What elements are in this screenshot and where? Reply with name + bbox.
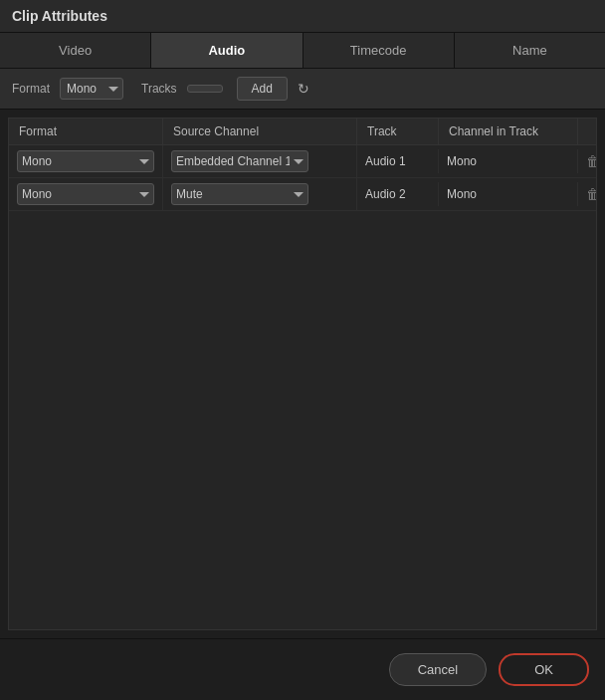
tabs-container: Video Audio Timecode Name <box>0 33 605 69</box>
table-row: Mono Stereo Embedded Channel 1 Mute Audi… <box>9 178 596 211</box>
row2-format-select[interactable]: Mono Stereo <box>17 183 154 205</box>
header-actions <box>578 118 597 144</box>
cancel-button[interactable]: Cancel <box>389 653 487 686</box>
format-select[interactable]: Mono Stereo <box>60 78 123 100</box>
format-label: Format <box>12 82 50 96</box>
row2-channel-in-track: Mono <box>439 182 578 206</box>
dialog-footer: Cancel OK <box>0 638 605 700</box>
tab-timecode[interactable]: Timecode <box>303 33 455 68</box>
audio-table: Format Source Channel Track Channel in T… <box>8 117 597 630</box>
row2-delete-button[interactable]: 🗑 <box>578 181 597 207</box>
tracks-count <box>187 85 223 93</box>
row1-delete-button[interactable]: 🗑 <box>578 148 597 174</box>
add-button[interactable]: Add <box>237 77 288 101</box>
table-row: Mono Stereo Embedded Channel 1 Embedded … <box>9 145 596 178</box>
row1-channel-in-track: Mono <box>439 149 578 173</box>
tab-audio[interactable]: Audio <box>151 33 302 68</box>
row1-format-cell: Mono Stereo <box>9 145 163 177</box>
tab-name[interactable]: Name <box>455 33 605 68</box>
tracks-label: Tracks <box>141 82 177 96</box>
reset-icon[interactable]: ↻ <box>298 81 309 97</box>
header-source-channel: Source Channel <box>163 118 357 144</box>
row1-track: Audio 1 <box>357 149 439 173</box>
row2-format-cell: Mono Stereo <box>9 178 163 210</box>
table-header: Format Source Channel Track Channel in T… <box>9 118 596 145</box>
ok-button[interactable]: OK <box>499 653 589 686</box>
row2-track: Audio 2 <box>357 182 439 206</box>
tab-video[interactable]: Video <box>0 33 151 68</box>
audio-toolbar: Format Mono Stereo Tracks Add ↻ <box>0 69 605 110</box>
dialog-title: Clip Attributes <box>0 0 605 33</box>
row1-source-channel-select[interactable]: Embedded Channel 1 Embedded Channel 2 Mu… <box>171 150 308 172</box>
header-channel-in-track: Channel in Track <box>439 118 578 144</box>
header-format: Format <box>9 118 163 144</box>
row2-source-channel-cell: Embedded Channel 1 Mute <box>163 178 357 210</box>
row1-format-select[interactable]: Mono Stereo <box>17 150 154 172</box>
row2-source-channel-select[interactable]: Embedded Channel 1 Mute <box>171 183 308 205</box>
header-track: Track <box>357 118 439 144</box>
row1-source-channel-cell: Embedded Channel 1 Embedded Channel 2 Mu… <box>163 145 357 177</box>
